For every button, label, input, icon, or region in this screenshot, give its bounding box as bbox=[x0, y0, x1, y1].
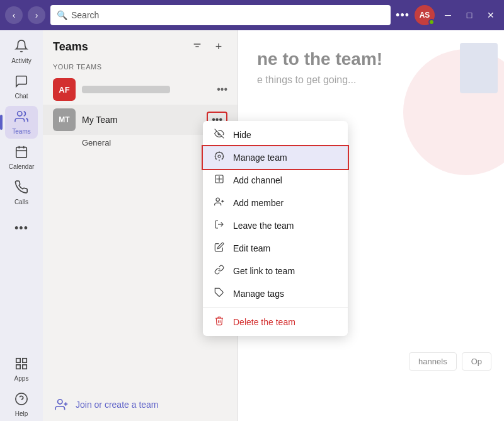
calendar-icon bbox=[14, 145, 28, 162]
minimize-button[interactable]: ─ bbox=[440, 7, 456, 23]
join-create-team[interactable]: Join or create a team bbox=[43, 388, 238, 421]
your-teams-label: Your teams bbox=[43, 61, 238, 74]
ctx-hide[interactable]: Hide bbox=[203, 124, 348, 146]
apps-icon bbox=[14, 357, 28, 374]
ctx-add-member[interactable]: Add member bbox=[203, 192, 348, 214]
ctx-edit-team-label: Edit team bbox=[233, 243, 270, 253]
add-channel-icon bbox=[213, 174, 226, 187]
chat-label: Chat bbox=[14, 93, 28, 100]
svg-rect-7 bbox=[16, 365, 20, 369]
search-bar[interactable]: 🔍 Search bbox=[50, 5, 391, 25]
status-badge bbox=[428, 19, 435, 25]
hide-icon bbox=[213, 129, 226, 141]
leave-team-icon bbox=[213, 219, 226, 232]
chat-icon bbox=[14, 74, 28, 91]
join-icon bbox=[53, 396, 71, 413]
nav-forward-button[interactable]: › bbox=[28, 6, 45, 24]
team-name-bar bbox=[82, 86, 170, 93]
sidebar-item-apps[interactable]: Apps bbox=[5, 353, 38, 386]
teams-header: Teams + bbox=[43, 30, 238, 61]
search-placeholder: Search bbox=[71, 10, 99, 20]
sidebar-item-help[interactable]: Help bbox=[5, 388, 38, 421]
context-menu: Hide Manage team Add channel bbox=[203, 121, 348, 336]
add-member-icon bbox=[213, 197, 226, 209]
ctx-manage-tags[interactable]: Manage tags bbox=[203, 282, 348, 305]
apps-label: Apps bbox=[14, 375, 29, 382]
ctx-manage-team-label: Manage team bbox=[233, 153, 287, 163]
svg-point-0 bbox=[18, 112, 22, 116]
ctx-add-channel-label: Add channel bbox=[233, 175, 282, 185]
manage-team-icon bbox=[213, 151, 226, 164]
filter-button[interactable] bbox=[188, 38, 206, 55]
calendar-label: Calendar bbox=[9, 163, 35, 170]
sidebar-item-activity[interactable]: Activity bbox=[5, 35, 38, 68]
sidebar-item-teams[interactable]: Teams bbox=[5, 106, 38, 139]
team-avatar-mt: MT bbox=[53, 108, 76, 131]
more-options-button[interactable]: ••• bbox=[396, 9, 410, 22]
restore-button[interactable]: □ bbox=[461, 7, 478, 23]
delete-team-icon bbox=[213, 316, 226, 328]
svg-rect-1 bbox=[16, 147, 27, 158]
calls-label: Calls bbox=[14, 199, 28, 205]
sidebar-item-calendar[interactable]: Calendar bbox=[5, 141, 38, 174]
title-bar-right: ••• AS ─ □ ✕ bbox=[396, 5, 499, 25]
svg-rect-5 bbox=[16, 359, 20, 362]
calls-icon bbox=[14, 180, 28, 197]
ctx-add-member-label: Add member bbox=[233, 198, 284, 208]
help-icon bbox=[14, 392, 28, 409]
add-team-button[interactable]: + bbox=[210, 38, 227, 55]
svg-point-14 bbox=[58, 400, 62, 404]
my-team-name: My Team bbox=[82, 115, 200, 125]
team-more-af-button[interactable]: ••• bbox=[217, 84, 227, 95]
more-icon: ••• bbox=[14, 222, 28, 235]
title-bar: ‹ › 🔍 Search ••• AS ─ □ ✕ bbox=[0, 0, 504, 30]
edit-team-icon bbox=[213, 242, 226, 255]
team-item-af[interactable]: AF ••• bbox=[43, 74, 238, 105]
team-avatar-af: AF bbox=[53, 78, 76, 101]
ctx-manage-team[interactable]: Manage team bbox=[203, 146, 348, 169]
sidebar-item-calls[interactable]: Calls bbox=[5, 176, 38, 209]
ctx-manage-tags-label: Manage tags bbox=[233, 289, 284, 299]
ctx-get-link[interactable]: Get link to team bbox=[203, 260, 348, 282]
sidebar: Activity Chat Teams bbox=[0, 30, 43, 421]
activity-icon bbox=[14, 39, 28, 56]
search-icon: 🔍 bbox=[57, 10, 67, 20]
sidebar-item-chat[interactable]: Chat bbox=[5, 71, 38, 103]
ctx-delete-team-label: Delete the team bbox=[233, 317, 295, 327]
activity-label: Activity bbox=[11, 57, 32, 64]
teams-icon bbox=[14, 110, 28, 127]
sidebar-item-more[interactable]: ••• bbox=[5, 212, 38, 245]
nav-back-button[interactable]: ‹ bbox=[5, 6, 23, 24]
ctx-add-channel[interactable]: Add channel bbox=[203, 169, 348, 192]
teams-label: Teams bbox=[12, 128, 30, 135]
manage-tags-icon bbox=[213, 287, 226, 300]
svg-rect-8 bbox=[23, 365, 26, 369]
ctx-edit-team[interactable]: Edit team bbox=[203, 237, 348, 260]
ctx-divider bbox=[203, 308, 348, 308]
teams-title: Teams bbox=[53, 40, 183, 54]
ctx-delete-team[interactable]: Delete the team bbox=[203, 311, 348, 333]
ctx-get-link-label: Get link to team bbox=[233, 266, 295, 276]
teams-header-icons: + bbox=[188, 38, 227, 55]
help-label: Help bbox=[15, 410, 28, 417]
close-button[interactable]: ✕ bbox=[483, 7, 499, 23]
ctx-leave-team-label: Leave the team bbox=[233, 221, 294, 231]
join-label: Join or create a team bbox=[76, 400, 159, 410]
svg-point-9 bbox=[16, 393, 27, 405]
general-channel-label: General bbox=[82, 138, 111, 147]
svg-point-18 bbox=[218, 155, 220, 158]
avatar[interactable]: AS bbox=[415, 5, 435, 25]
ctx-hide-label: Hide bbox=[233, 130, 251, 140]
ctx-leave-team[interactable]: Leave the team bbox=[203, 214, 348, 237]
get-link-icon bbox=[213, 265, 226, 277]
svg-rect-6 bbox=[23, 359, 26, 362]
svg-point-20 bbox=[216, 198, 219, 201]
